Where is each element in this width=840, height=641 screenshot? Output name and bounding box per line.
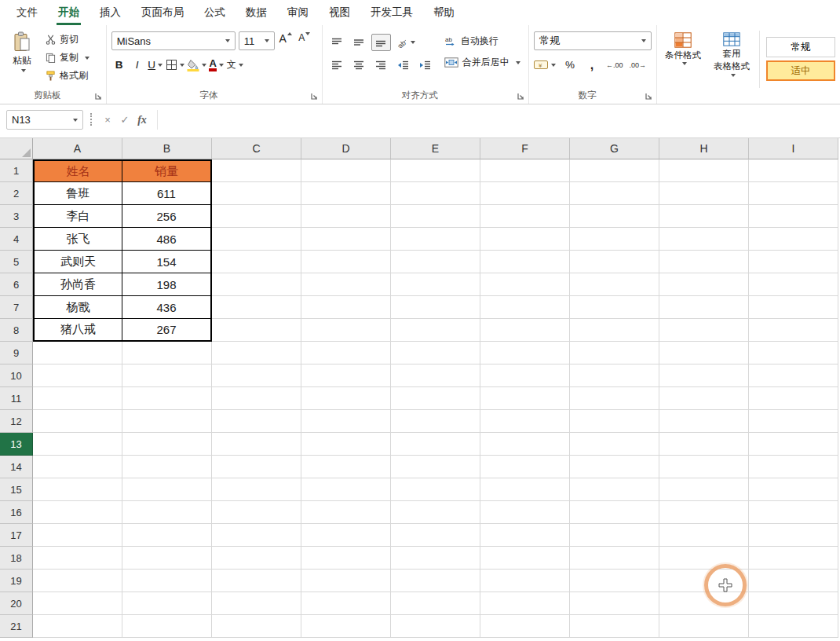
row-header-8[interactable]: 8 xyxy=(0,319,33,342)
cell-F17[interactable] xyxy=(480,524,570,547)
cell-F13[interactable] xyxy=(480,433,570,456)
align-right-button[interactable] xyxy=(371,57,391,74)
name-box[interactable]: N13 xyxy=(6,110,83,130)
menu-tab-home[interactable]: 开始 xyxy=(48,0,89,25)
menu-tab-data[interactable]: 数据 xyxy=(236,0,277,25)
cell-E20[interactable] xyxy=(391,592,480,615)
cell-F21[interactable] xyxy=(480,615,570,638)
cell-A20[interactable] xyxy=(33,592,122,615)
menu-tab-formulas[interactable]: 公式 xyxy=(194,0,236,25)
cell-H3[interactable] xyxy=(659,205,749,228)
cell-G11[interactable] xyxy=(570,387,659,410)
cell-D7[interactable] xyxy=(301,296,391,319)
cell-I2[interactable] xyxy=(749,182,838,205)
cell-H7[interactable] xyxy=(659,296,749,319)
cell-I14[interactable] xyxy=(749,456,838,478)
cell-G20[interactable] xyxy=(570,592,659,615)
cell-G4[interactable] xyxy=(570,228,659,251)
cell-B20[interactable] xyxy=(122,592,212,615)
bottom-align-button[interactable] xyxy=(371,34,391,51)
cell-F8[interactable] xyxy=(480,319,570,342)
clipboard-dialog-launcher-icon[interactable] xyxy=(94,92,103,101)
cell-E2[interactable] xyxy=(391,182,480,205)
cell-F14[interactable] xyxy=(480,456,570,478)
cell-D6[interactable] xyxy=(301,273,391,296)
row-header-1[interactable]: 1 xyxy=(0,159,33,182)
cell-E10[interactable] xyxy=(391,364,480,387)
cell-C20[interactable] xyxy=(212,592,301,615)
row-header-20[interactable]: 20 xyxy=(0,592,33,615)
alignment-dialog-launcher-icon[interactable] xyxy=(517,92,525,101)
cell-I19[interactable] xyxy=(749,570,838,592)
cell-B21[interactable] xyxy=(122,615,212,638)
cell-I18[interactable] xyxy=(749,547,838,570)
menu-tab-file[interactable]: 文件 xyxy=(6,0,48,25)
align-center-button[interactable] xyxy=(349,57,369,74)
column-header-A[interactable]: A xyxy=(33,138,122,159)
cell-G6[interactable] xyxy=(570,273,659,296)
column-header-I[interactable]: I xyxy=(749,138,838,159)
cell-B12[interactable] xyxy=(122,410,212,433)
cell-E13[interactable] xyxy=(391,433,480,456)
cell-D2[interactable] xyxy=(301,182,391,205)
underline-dropdown-icon[interactable] xyxy=(158,64,163,67)
cell-I13[interactable] xyxy=(749,433,838,456)
menu-tab-help[interactable]: 帮助 xyxy=(423,0,465,25)
cell-style-item-1[interactable]: 适中 xyxy=(766,60,835,81)
format-as-table-button[interactable]: 套用 表格格式 xyxy=(710,31,753,88)
cell-B2[interactable]: 611 xyxy=(122,182,212,205)
row-header-7[interactable]: 7 xyxy=(0,296,33,319)
font-name-dropdown-icon[interactable] xyxy=(225,39,230,42)
cell-I16[interactable] xyxy=(749,501,838,524)
grow-font-button[interactable]: A xyxy=(278,32,294,50)
copy-dropdown-icon[interactable] xyxy=(85,57,89,60)
formula-input[interactable] xyxy=(157,110,840,130)
cell-D10[interactable] xyxy=(301,364,391,387)
menu-tab-insert[interactable]: 插入 xyxy=(89,0,131,25)
cell-H4[interactable] xyxy=(659,228,749,251)
cell-A19[interactable] xyxy=(33,570,122,592)
increase-indent-button[interactable] xyxy=(415,57,435,74)
font-size-dropdown-icon[interactable] xyxy=(265,39,269,42)
cell-C10[interactable] xyxy=(212,364,301,387)
cell-I3[interactable] xyxy=(749,205,838,228)
cell-B7[interactable]: 436 xyxy=(122,296,212,319)
cell-F5[interactable] xyxy=(480,251,570,273)
cell-A10[interactable] xyxy=(33,364,122,387)
font-name-combo[interactable]: MiSans xyxy=(111,31,236,50)
cell-D18[interactable] xyxy=(301,547,391,570)
cell-G12[interactable] xyxy=(570,410,659,433)
decrease-indent-button[interactable] xyxy=(393,57,413,74)
fill-color-dropdown-icon[interactable] xyxy=(202,64,206,67)
font-dialog-launcher-icon[interactable] xyxy=(310,92,319,101)
cell-C8[interactable] xyxy=(212,319,301,342)
cell-I21[interactable] xyxy=(749,615,838,638)
cell-A1[interactable]: 姓名 xyxy=(33,159,122,182)
column-header-E[interactable]: E xyxy=(391,138,480,159)
row-header-19[interactable]: 19 xyxy=(0,570,33,592)
cell-I10[interactable] xyxy=(749,364,838,387)
format-painter-button[interactable]: 格式刷 xyxy=(46,68,89,84)
align-left-button[interactable] xyxy=(327,57,347,74)
cell-I5[interactable] xyxy=(749,251,838,273)
column-header-B[interactable]: B xyxy=(122,138,212,159)
cell-F4[interactable] xyxy=(480,228,570,251)
row-header-14[interactable]: 14 xyxy=(0,456,33,478)
cell-B18[interactable] xyxy=(122,547,212,570)
column-header-H[interactable]: H xyxy=(659,138,749,159)
cell-F6[interactable] xyxy=(480,273,570,296)
cell-E12[interactable] xyxy=(391,410,480,433)
cell-F7[interactable] xyxy=(480,296,570,319)
cell-H1[interactable] xyxy=(659,159,749,182)
cell-C18[interactable] xyxy=(212,547,301,570)
top-align-button[interactable] xyxy=(327,34,347,51)
cell-D15[interactable] xyxy=(301,478,391,501)
menu-tab-view[interactable]: 视图 xyxy=(319,0,360,25)
cell-G19[interactable] xyxy=(570,570,659,592)
cell-A2[interactable]: 鲁班 xyxy=(33,182,122,205)
cell-H11[interactable] xyxy=(659,387,749,410)
cell-A3[interactable]: 李白 xyxy=(33,205,122,228)
cell-B13[interactable] xyxy=(122,433,212,456)
cell-D16[interactable] xyxy=(301,501,391,524)
cell-G8[interactable] xyxy=(570,319,659,342)
